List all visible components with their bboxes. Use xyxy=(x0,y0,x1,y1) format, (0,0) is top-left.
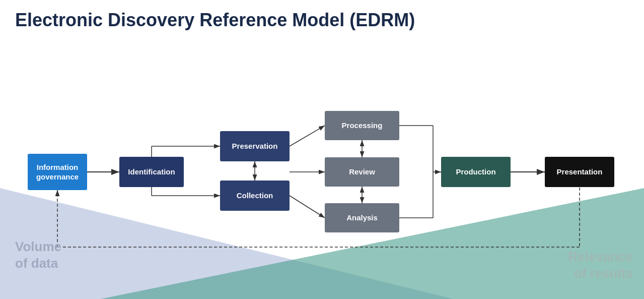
page-title: Electronic Discovery Reference Model (ED… xyxy=(15,9,629,31)
main-container: Electronic Discovery Reference Model (ED… xyxy=(0,0,644,299)
svg-line-14 xyxy=(290,196,325,218)
box-identification: Identification xyxy=(119,157,184,187)
box-presentation: Presentation xyxy=(545,157,614,187)
box-preservation: Preservation xyxy=(220,131,290,161)
box-production: Production xyxy=(441,157,511,187)
label-volume-of-data: Volumeof data xyxy=(15,238,61,271)
box-collection: Collection xyxy=(220,181,290,211)
label-relevance-of-results: Relevanceof results xyxy=(568,249,633,281)
diagram-area: Information governance Identification Pr… xyxy=(0,50,644,299)
box-analysis: Analysis xyxy=(325,203,399,232)
box-processing: Processing xyxy=(325,111,399,140)
box-information-governance: Information governance xyxy=(28,154,87,190)
svg-line-12 xyxy=(290,126,325,146)
box-review: Review xyxy=(325,157,399,187)
